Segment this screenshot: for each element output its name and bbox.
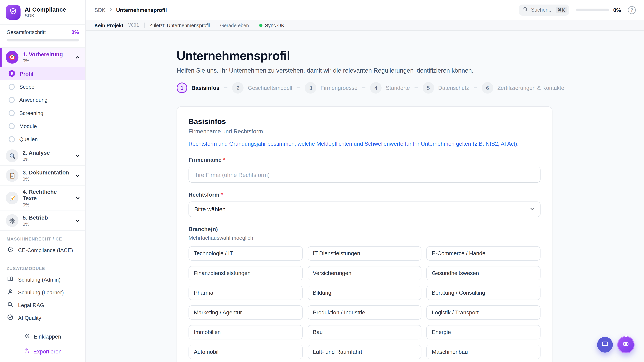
industry-button[interactable]: Technologie / IT — [188, 246, 302, 261]
search-placeholder: Suchen... — [531, 7, 552, 13]
overall-progress-value: 0% — [72, 29, 79, 35]
chat-fab[interactable] — [597, 337, 613, 353]
overall-progress: Gesamtfortschritt 0% — [0, 25, 85, 48]
step-firmengroesse[interactable]: 3Firmengroesse — [305, 82, 358, 94]
industry-button[interactable]: Finanzdienstleistungen — [188, 266, 302, 280]
step-zertifizierungen[interactable]: 6Zertifizierungen & Kontakte — [482, 82, 564, 94]
help-icon[interactable]: ? — [628, 6, 636, 14]
section-title: 1. Vorbereitung — [23, 51, 71, 58]
industry-button[interactable]: Pharma — [188, 286, 302, 300]
industry-button[interactable]: E-Commerce / Handel — [426, 246, 540, 261]
app-subtitle: SDK — [25, 13, 66, 18]
industry-button[interactable]: Maschinenbau — [426, 345, 540, 359]
chevron-down-icon — [530, 206, 535, 213]
sidebar-item-schulung-learner[interactable]: Schulung (Learner) — [0, 286, 85, 299]
industry-button[interactable]: Luft- und Raumfahrt — [308, 345, 422, 359]
sidebar-item-profil[interactable]: Profil — [0, 67, 85, 80]
sidebar-section-vorbereitung[interactable]: 1. Vorbereitung 0% — [0, 48, 85, 67]
sidebar-item-schulung-admin[interactable]: Schulung (Admin) — [0, 274, 85, 286]
sidebar-item-scope[interactable]: Scope — [0, 80, 85, 93]
step-basisinfos[interactable]: 1Basisinfos — [176, 82, 219, 93]
sidebar-section-analyse[interactable]: 2. Analyse 0% — [0, 146, 85, 166]
sidebar-section-dokumentation[interactable]: 3. Dokumentation 0% — [0, 166, 85, 186]
sidebar-item-legal-rag[interactable]: Legal RAG — [0, 299, 85, 312]
sidebar-item-ai-quality[interactable]: AI Quality — [0, 312, 85, 325]
sidebar-item-module[interactable]: Module — [0, 119, 85, 133]
breadcrumb: SDK Unternehmensprofil — [94, 7, 167, 13]
industry-button[interactable]: Bau — [308, 325, 422, 340]
step-geschaeftsmodell[interactable]: 2Geschaeftsmodell — [232, 82, 292, 94]
subitem-label: Anwendung — [19, 97, 48, 103]
search-shortcut-badge: ⌘K — [556, 6, 567, 13]
sidebar-section-rechtliche-texte[interactable]: 4. Rechtliche Texte 0% — [0, 186, 85, 211]
step-number: 5 — [422, 82, 434, 94]
mod-item-label: CE-Compliance (IACE) — [18, 247, 73, 253]
industry-button[interactable]: Marketing / Agentur — [188, 306, 302, 320]
step-datenschutz[interactable]: 5Datenschutz — [422, 82, 469, 94]
section-percent: 0% — [23, 222, 71, 227]
chevron-right-icon — [108, 7, 113, 13]
search-icon — [523, 6, 528, 13]
clipboard-icon — [6, 169, 18, 182]
industry-button[interactable]: Automobil — [188, 345, 302, 359]
divider — [144, 23, 144, 28]
company-name-input[interactable] — [188, 167, 540, 183]
section-title: 5. Betrieb — [23, 215, 71, 222]
legal-form-select[interactable]: Bitte wählen... — [188, 202, 540, 217]
industry-button[interactable]: Beratung / Consulting — [426, 286, 540, 300]
page-subtitle: Helfen Sie uns, Ihr Unternehmen zu verst… — [176, 67, 644, 74]
step-number: 3 — [305, 82, 316, 94]
company-name-label: Firmenname* — [188, 157, 540, 163]
industry-button[interactable]: Energie — [426, 325, 540, 340]
industry-button[interactable]: Versicherungen — [308, 266, 422, 280]
time-label: Gerade eben — [220, 22, 249, 28]
industry-button[interactable]: Gesundheitswesen — [426, 266, 540, 280]
search-input[interactable]: Suchen... ⌘K — [519, 4, 569, 15]
subitem-label: Profil — [20, 70, 33, 77]
industry-button[interactable]: Produktion / Industrie — [308, 306, 422, 320]
basisinfos-card: Basisinfos Firmenname und Rechtsform Rec… — [176, 106, 552, 362]
required-asterisk: * — [220, 192, 223, 198]
subitem-label: Scope — [19, 83, 34, 90]
collapse-sidebar-button[interactable]: Einklappen — [0, 330, 85, 343]
step-standorte[interactable]: 4Standorte — [370, 82, 410, 94]
last-edited-label: Zuletzt: Unternehmensprofil — [149, 22, 210, 28]
header-progress-bar — [576, 8, 609, 11]
gear-icon — [6, 214, 18, 227]
step-separator — [362, 87, 366, 88]
section-title: 4. Rechtliche Texte — [23, 189, 71, 202]
project-status: Kein Projekt — [94, 22, 123, 28]
subitem-label: Module — [19, 123, 37, 129]
sidebar-item-anwendung[interactable]: Anwendung — [0, 93, 85, 106]
step-number: 4 — [370, 82, 382, 94]
step-label: Basisinfos — [191, 85, 219, 91]
search-icon — [7, 301, 14, 309]
breadcrumb-sdk[interactable]: SDK — [94, 7, 105, 13]
sidebar-item-quellen[interactable]: Quellen — [0, 133, 85, 146]
industry-button[interactable]: Logistik / Transport — [426, 306, 540, 320]
columns-icon — [622, 340, 630, 350]
industry-button[interactable]: Immobilien — [188, 325, 302, 340]
industry-button[interactable]: Bildung — [308, 286, 422, 300]
sidebar-item-screening[interactable]: Screening — [0, 106, 85, 119]
upload-icon — [24, 348, 30, 355]
columns-fab[interactable] — [617, 336, 634, 354]
step-number: 2 — [232, 82, 244, 94]
divider — [254, 23, 254, 28]
mod-item-label: AI Quality — [18, 315, 41, 321]
sidebar-section-betrieb[interactable]: 5. Betrieb 0% — [0, 211, 85, 231]
step-number: 1 — [176, 82, 187, 93]
radio-selected-icon — [8, 70, 15, 77]
header-progress-value: 0% — [613, 7, 621, 13]
export-button[interactable]: Exportieren — [0, 345, 85, 358]
industry-button[interactable]: IT Dienstleistungen — [308, 246, 422, 261]
mod-item-label: Schulung (Admin) — [18, 277, 60, 283]
sidebar-footer: Einklappen Exportieren — [0, 326, 85, 362]
step-separator — [474, 87, 477, 88]
group-header-maschinenrecht: MASCHINENRECHT / CE — [0, 231, 85, 244]
sidebar-item-ce-compliance[interactable]: CE-Compliance (IACE) — [0, 244, 85, 257]
step-label: Datenschutz — [438, 85, 469, 91]
collapse-label: Einklappen — [34, 334, 61, 340]
overall-progress-label: Gesamtfortschritt — [6, 29, 46, 35]
card-title: Basisinfos — [188, 117, 540, 126]
